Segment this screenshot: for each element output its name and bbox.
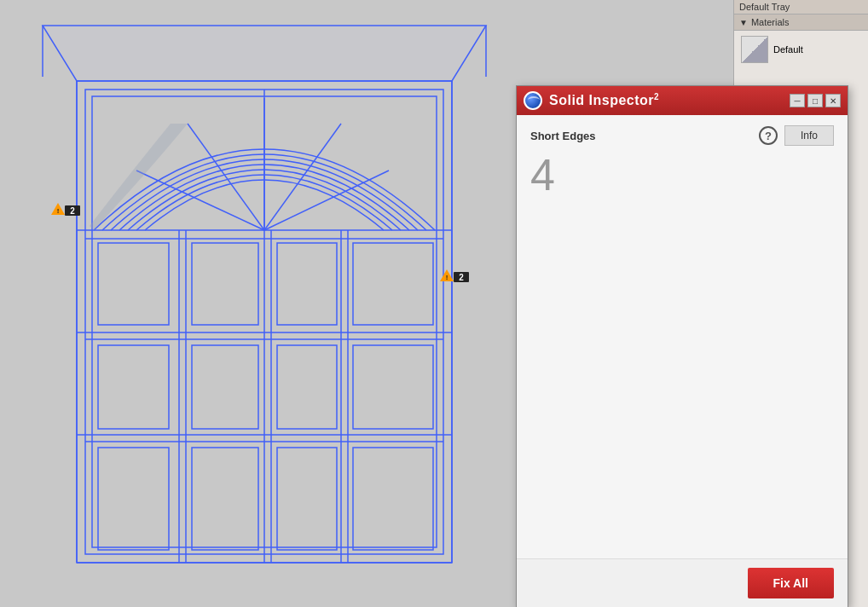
svg-rect-35 <box>98 448 169 550</box>
svg-rect-32 <box>192 345 258 429</box>
svg-rect-30 <box>353 243 433 325</box>
svg-rect-29 <box>277 243 337 325</box>
inspector-footer: Fix All <box>517 558 848 607</box>
materials-section-header[interactable]: ▼ Materials <box>734 14 868 31</box>
titlebar-left: Solid Inspector2 <box>524 91 659 110</box>
svg-rect-34 <box>353 345 433 429</box>
svg-line-11 <box>188 124 264 230</box>
solid-inspector-panel: Solid Inspector2 ─ □ ✕ Short Edges ? Inf… <box>516 85 848 607</box>
svg-line-14 <box>264 124 341 230</box>
svg-line-15 <box>264 171 389 230</box>
window-controls: ─ □ ✕ <box>790 94 841 107</box>
svg-text:!: ! <box>57 207 60 215</box>
svg-rect-31 <box>98 345 169 429</box>
material-name: Default <box>773 44 803 55</box>
short-edges-label: Short Edges <box>530 130 596 142</box>
svg-rect-27 <box>98 243 169 325</box>
svg-text:2: 2 <box>459 273 464 282</box>
svg-rect-33 <box>277 345 337 429</box>
inspector-body: Short Edges ? Info 4 <box>517 115 848 558</box>
short-edges-count: 4 <box>530 153 834 197</box>
material-swatch <box>741 36 768 63</box>
svg-marker-0 <box>43 26 486 81</box>
svg-rect-37 <box>277 448 337 550</box>
fix-all-button[interactable]: Fix All <box>748 568 835 598</box>
section-row: Short Edges ? Info <box>530 125 834 146</box>
svg-rect-38 <box>353 448 433 550</box>
inspector-titlebar: Solid Inspector2 ─ □ ✕ <box>517 86 848 115</box>
svg-text:2: 2 <box>70 206 75 216</box>
svg-text:!: ! <box>446 274 448 281</box>
close-button[interactable]: ✕ <box>825 94 841 107</box>
info-button[interactable]: Info <box>784 125 834 146</box>
chevron-down-icon: ▼ <box>739 18 748 27</box>
solid-inspector-icon <box>524 91 542 110</box>
svg-rect-28 <box>192 243 258 325</box>
materials-content: Default <box>734 31 868 68</box>
minimize-button[interactable]: ─ <box>790 94 805 107</box>
material-item: Default <box>738 34 865 65</box>
inspector-title: Solid Inspector2 <box>549 92 659 108</box>
tray-title: Default Tray <box>734 0 868 14</box>
svg-rect-36 <box>192 448 258 550</box>
maximize-button[interactable]: □ <box>807 94 823 107</box>
help-button[interactable]: ? <box>759 126 778 145</box>
